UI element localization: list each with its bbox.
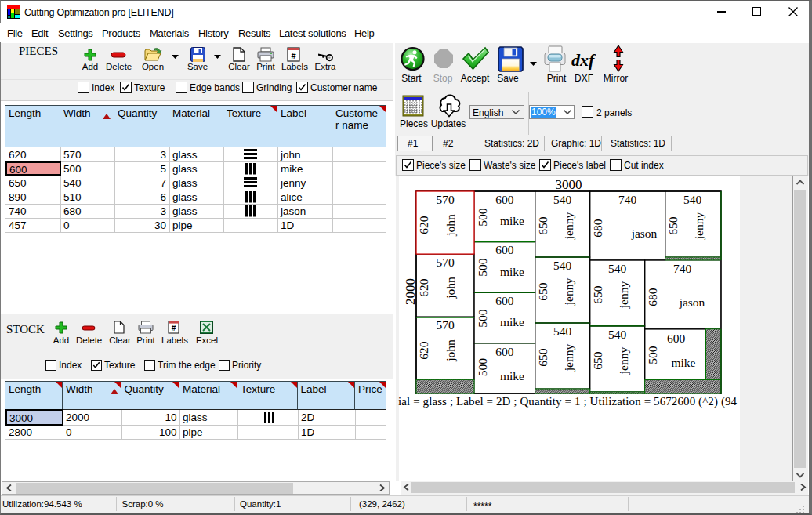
svg-text:680: 680 <box>591 219 604 238</box>
svg-text:mike: mike <box>500 214 524 227</box>
svg-text:john: john <box>444 277 457 299</box>
svg-text:540: 540 <box>608 328 627 341</box>
svg-text:600: 600 <box>667 332 686 345</box>
svg-text:570: 570 <box>436 318 455 332</box>
svg-text:600: 600 <box>495 243 514 256</box>
svg-text:650: 650 <box>666 216 680 235</box>
svg-text:jenny: jenny <box>562 278 575 306</box>
svg-text:570: 570 <box>436 193 455 206</box>
svg-text:jason: jason <box>679 296 705 309</box>
svg-text:ial = glass ; Label = 2D ; Qua: ial = glass ; Label = 2D ; Quantity = 1 … <box>398 395 738 408</box>
svg-text:620: 620 <box>417 216 430 234</box>
svg-text:650: 650 <box>591 285 604 304</box>
svg-text:540: 540 <box>553 325 572 338</box>
svg-text:540: 540 <box>608 262 627 275</box>
svg-text:jason: jason <box>631 227 658 240</box>
svg-text:jenny: jenny <box>617 347 630 375</box>
svg-text:650: 650 <box>536 348 549 367</box>
svg-text:650: 650 <box>536 282 549 301</box>
svg-text:740: 740 <box>673 262 692 275</box>
svg-text:jenny: jenny <box>562 212 575 241</box>
svg-text:620: 620 <box>417 278 430 297</box>
svg-text:600: 600 <box>495 193 514 206</box>
svg-text:500: 500 <box>476 258 489 277</box>
svg-text:600: 600 <box>495 294 514 307</box>
svg-text:570: 570 <box>436 256 455 269</box>
svg-text:500: 500 <box>476 358 489 377</box>
svg-text:540: 540 <box>683 193 702 206</box>
svg-text:john: john <box>444 339 457 362</box>
svg-text:600: 600 <box>495 345 514 358</box>
svg-text:650: 650 <box>591 351 604 370</box>
svg-text:500: 500 <box>476 208 489 227</box>
svg-text:540: 540 <box>553 193 572 206</box>
svg-text:jenny: jenny <box>562 344 575 372</box>
svg-text:john: john <box>444 214 457 237</box>
svg-text:3000: 3000 <box>556 177 582 192</box>
svg-text:500: 500 <box>476 309 489 328</box>
svg-text:#: # <box>291 51 295 60</box>
svg-text:500: 500 <box>646 346 659 364</box>
svg-text:mike: mike <box>672 356 696 369</box>
svg-text:jenny: jenny <box>617 281 630 310</box>
svg-text:#: # <box>172 324 176 332</box>
svg-text:mike: mike <box>500 315 524 328</box>
svg-text:620: 620 <box>417 341 430 360</box>
svg-text:jenny: jenny <box>692 212 705 241</box>
svg-text:650: 650 <box>536 216 549 235</box>
svg-text:680: 680 <box>646 288 659 306</box>
svg-text:740: 740 <box>618 193 637 206</box>
svg-text:mike: mike <box>500 369 524 383</box>
svg-text:540: 540 <box>553 259 572 272</box>
svg-text:2000: 2000 <box>403 278 418 305</box>
svg-text:mike: mike <box>500 265 524 278</box>
